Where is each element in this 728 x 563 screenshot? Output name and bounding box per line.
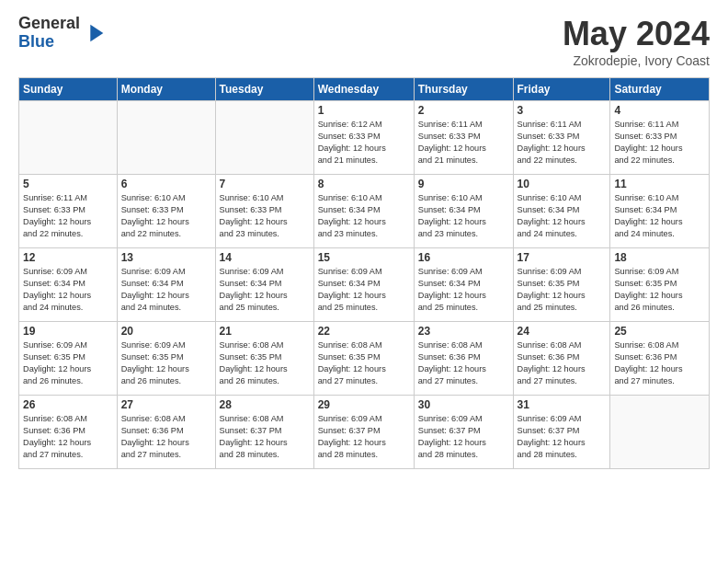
cell-content: Sunrise: 6:08 AM Sunset: 6:36 PM Dayligh…: [614, 339, 705, 387]
cell-content: Sunrise: 6:11 AM Sunset: 6:33 PM Dayligh…: [614, 119, 705, 167]
table-cell: 23Sunrise: 6:08 AM Sunset: 6:36 PM Dayli…: [414, 322, 513, 396]
month-title: May 2024: [563, 15, 710, 53]
day-number: 16: [418, 251, 509, 264]
table-cell: 10Sunrise: 6:10 AM Sunset: 6:34 PM Dayli…: [513, 175, 610, 248]
day-number: 19: [23, 325, 113, 338]
day-number: 4: [614, 104, 705, 117]
day-number: 8: [318, 178, 410, 190]
cell-content: Sunrise: 6:09 AM Sunset: 6:37 PM Dayligh…: [518, 413, 607, 461]
day-number: 27: [121, 398, 211, 411]
day-number: 10: [518, 178, 607, 190]
logo-icon: [82, 20, 108, 46]
cell-content: Sunrise: 6:08 AM Sunset: 6:36 PM Dayligh…: [23, 413, 113, 461]
day-number: 28: [220, 398, 310, 411]
logo-general: General: [18, 15, 80, 33]
table-cell: 6Sunrise: 6:10 AM Sunset: 6:33 PM Daylig…: [117, 175, 215, 248]
table-cell: 28Sunrise: 6:08 AM Sunset: 6:37 PM Dayli…: [215, 396, 313, 469]
table-cell: 3Sunrise: 6:11 AM Sunset: 6:33 PM Daylig…: [513, 101, 610, 175]
cell-content: Sunrise: 6:10 AM Sunset: 6:34 PM Dayligh…: [318, 192, 410, 240]
header-row: Sunday Monday Tuesday Wednesday Thursday…: [19, 78, 710, 101]
day-number: 6: [121, 178, 211, 190]
day-number: 18: [614, 251, 705, 264]
table-cell: 14Sunrise: 6:09 AM Sunset: 6:34 PM Dayli…: [215, 248, 313, 322]
table-cell: 8Sunrise: 6:10 AM Sunset: 6:34 PM Daylig…: [313, 175, 414, 248]
cell-content: Sunrise: 6:11 AM Sunset: 6:33 PM Dayligh…: [23, 192, 113, 240]
col-friday: Friday: [513, 78, 610, 101]
table-cell: 5Sunrise: 6:11 AM Sunset: 6:33 PM Daylig…: [19, 175, 118, 248]
cell-content: Sunrise: 6:08 AM Sunset: 6:36 PM Dayligh…: [518, 339, 607, 387]
day-number: 25: [614, 325, 705, 338]
day-number: 2: [418, 104, 509, 117]
logo-blue: Blue: [18, 33, 80, 52]
day-number: 11: [614, 178, 705, 190]
week-row-4: 19Sunrise: 6:09 AM Sunset: 6:35 PM Dayli…: [19, 322, 710, 396]
day-number: 3: [518, 104, 607, 117]
cell-content: Sunrise: 6:10 AM Sunset: 6:34 PM Dayligh…: [614, 192, 705, 240]
cell-content: Sunrise: 6:10 AM Sunset: 6:33 PM Dayligh…: [220, 192, 310, 240]
week-row-1: 1Sunrise: 6:12 AM Sunset: 6:33 PM Daylig…: [19, 101, 710, 175]
cell-content: Sunrise: 6:11 AM Sunset: 6:33 PM Dayligh…: [418, 119, 509, 167]
day-number: 23: [418, 325, 509, 338]
table-cell: 22Sunrise: 6:08 AM Sunset: 6:35 PM Dayli…: [313, 322, 414, 396]
table-cell: 4Sunrise: 6:11 AM Sunset: 6:33 PM Daylig…: [610, 101, 710, 175]
cell-content: Sunrise: 6:10 AM Sunset: 6:34 PM Dayligh…: [418, 192, 509, 240]
week-row-5: 26Sunrise: 6:08 AM Sunset: 6:36 PM Dayli…: [19, 396, 710, 469]
cell-content: Sunrise: 6:09 AM Sunset: 6:35 PM Dayligh…: [614, 266, 705, 314]
cell-content: Sunrise: 6:12 AM Sunset: 6:33 PM Dayligh…: [318, 119, 410, 167]
day-number: 5: [23, 178, 113, 190]
cell-content: Sunrise: 6:10 AM Sunset: 6:34 PM Dayligh…: [518, 192, 607, 240]
day-number: 30: [418, 398, 509, 411]
table-cell: 13Sunrise: 6:09 AM Sunset: 6:34 PM Dayli…: [117, 248, 215, 322]
location: Zokrodepie, Ivory Coast: [563, 53, 710, 68]
day-number: 1: [318, 104, 410, 117]
svg-marker-0: [90, 24, 103, 41]
col-wednesday: Wednesday: [313, 78, 414, 101]
cell-content: Sunrise: 6:09 AM Sunset: 6:34 PM Dayligh…: [23, 266, 113, 314]
day-number: 20: [121, 325, 211, 338]
cell-content: Sunrise: 6:10 AM Sunset: 6:33 PM Dayligh…: [121, 192, 211, 240]
cell-content: Sunrise: 6:08 AM Sunset: 6:37 PM Dayligh…: [220, 413, 310, 461]
cell-content: Sunrise: 6:08 AM Sunset: 6:35 PM Dayligh…: [318, 339, 410, 387]
table-cell: 15Sunrise: 6:09 AM Sunset: 6:34 PM Dayli…: [313, 248, 414, 322]
table-cell: 16Sunrise: 6:09 AM Sunset: 6:34 PM Dayli…: [414, 248, 513, 322]
table-cell: 9Sunrise: 6:10 AM Sunset: 6:34 PM Daylig…: [414, 175, 513, 248]
col-thursday: Thursday: [414, 78, 513, 101]
col-saturday: Saturday: [610, 78, 710, 101]
day-number: 13: [121, 251, 211, 264]
table-cell: 1Sunrise: 6:12 AM Sunset: 6:33 PM Daylig…: [313, 101, 414, 175]
day-number: 9: [418, 178, 509, 190]
table-cell: 25Sunrise: 6:08 AM Sunset: 6:36 PM Dayli…: [610, 322, 710, 396]
table-cell: 19Sunrise: 6:09 AM Sunset: 6:35 PM Dayli…: [19, 322, 118, 396]
day-number: 17: [518, 251, 607, 264]
cell-content: Sunrise: 6:09 AM Sunset: 6:35 PM Dayligh…: [121, 339, 211, 387]
cell-content: Sunrise: 6:09 AM Sunset: 6:34 PM Dayligh…: [121, 266, 211, 314]
table-cell: [610, 396, 710, 469]
day-number: 15: [318, 251, 410, 264]
table-cell: 20Sunrise: 6:09 AM Sunset: 6:35 PM Dayli…: [117, 322, 215, 396]
week-row-2: 5Sunrise: 6:11 AM Sunset: 6:33 PM Daylig…: [19, 175, 710, 248]
day-number: 21: [220, 325, 310, 338]
table-cell: 27Sunrise: 6:08 AM Sunset: 6:36 PM Dayli…: [117, 396, 215, 469]
logo-text: General Blue: [18, 15, 80, 52]
col-monday: Monday: [117, 78, 215, 101]
title-block: May 2024 Zokrodepie, Ivory Coast: [563, 15, 710, 68]
table-cell: 11Sunrise: 6:10 AM Sunset: 6:34 PM Dayli…: [610, 175, 710, 248]
cell-content: Sunrise: 6:08 AM Sunset: 6:36 PM Dayligh…: [121, 413, 211, 461]
day-number: 31: [518, 398, 607, 411]
table-cell: 21Sunrise: 6:08 AM Sunset: 6:35 PM Dayli…: [215, 322, 313, 396]
table-cell: 12Sunrise: 6:09 AM Sunset: 6:34 PM Dayli…: [19, 248, 118, 322]
table-cell: 24Sunrise: 6:08 AM Sunset: 6:36 PM Dayli…: [513, 322, 610, 396]
logo: General Blue: [18, 15, 108, 52]
cell-content: Sunrise: 6:09 AM Sunset: 6:35 PM Dayligh…: [23, 339, 113, 387]
cell-content: Sunrise: 6:09 AM Sunset: 6:37 PM Dayligh…: [318, 413, 410, 461]
day-number: 26: [23, 398, 113, 411]
page: General Blue May 2024 Zokrodepie, Ivory …: [0, 0, 728, 563]
day-number: 29: [318, 398, 410, 411]
table-cell: [215, 101, 313, 175]
table-cell: 18Sunrise: 6:09 AM Sunset: 6:35 PM Dayli…: [610, 248, 710, 322]
table-cell: [19, 101, 118, 175]
day-number: 22: [318, 325, 410, 338]
cell-content: Sunrise: 6:09 AM Sunset: 6:34 PM Dayligh…: [418, 266, 509, 314]
table-cell: 31Sunrise: 6:09 AM Sunset: 6:37 PM Dayli…: [513, 396, 610, 469]
table-cell: 17Sunrise: 6:09 AM Sunset: 6:35 PM Dayli…: [513, 248, 610, 322]
